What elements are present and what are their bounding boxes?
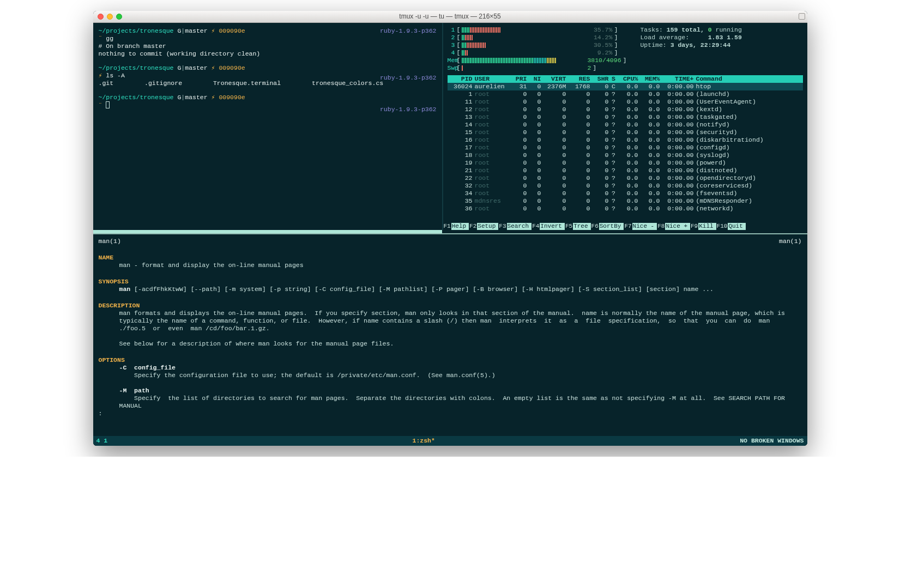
fkey-label[interactable]: Quit [728, 223, 745, 230]
minimize-button[interactable] [107, 14, 113, 20]
fkey-label[interactable]: Tree [573, 223, 590, 230]
status-left: 4 1 [96, 437, 108, 445]
terminal-body[interactable]: ~/projects/tronesque G | master ⚡ 009090… [93, 23, 807, 446]
zoom-button[interactable] [116, 14, 122, 20]
man-synopsis: man [-acdfFhkKtwW] [--path] [-m system] … [99, 286, 802, 293]
htop-header-row[interactable]: PID USER PRI NI VIRT RES SHR S CPU% MEM%… [448, 75, 803, 83]
htop-row[interactable]: 12root00000?0.00.00:00.00(kextd) [448, 106, 803, 113]
col-time[interactable]: TIME+ [661, 75, 695, 83]
swp-label: Swp [448, 64, 455, 72]
htop-sysinfo: Tasks: 159 total, 0 running Load average… [640, 26, 741, 72]
mem-value: 3810/4096 [587, 57, 621, 64]
status-window[interactable]: 1:zsh* [107, 437, 740, 445]
ruby-version: ruby-1.9.3-p362 [380, 27, 437, 35]
htop-row[interactable]: 19root00000?0.00.00:00.00(powerd) [448, 159, 803, 167]
tmux-pane-man[interactable]: man(1) man(1) NAME man - format and disp… [93, 234, 807, 436]
fkey-label[interactable]: Search [507, 223, 532, 230]
htop-process-list[interactable]: 36024aurelien3102376M17680C0.00.00:00.00… [448, 83, 803, 213]
swp-value: 2 [587, 64, 591, 72]
resize-corner-icon[interactable] [799, 13, 805, 20]
htop-row[interactable]: 18root00000?0.00.00:00.00(syslogd) [448, 151, 803, 159]
prompt-block-0: ~/projects/tronesque G | master ⚡ 009090… [99, 27, 440, 58]
col-s[interactable]: S [610, 75, 618, 83]
window-titlebar[interactable]: tmux -u -u — tu — tmux — 216×55 [93, 11, 807, 23]
ruby-version: ruby-1.9.3-p362 [380, 106, 437, 113]
htop-row[interactable]: 36root00000?0.00.00:00.00(networkd) [448, 205, 803, 213]
fkey-label[interactable]: Kill [698, 223, 716, 230]
col-pri[interactable]: PRI [511, 75, 528, 83]
prompt-path: ~/projects/tronesque [99, 94, 174, 101]
ruby-version: ruby-1.9.3-p362 [380, 74, 437, 82]
htop-row[interactable]: 22root00000?0.00.00:00.00(opendirectoryd… [448, 174, 803, 182]
htop-row[interactable]: 14root00000?0.00.00:00.00(notifyd) [448, 121, 803, 129]
col-ni[interactable]: NI [528, 75, 542, 83]
shell-command: ls -A [106, 72, 125, 79]
prompt-hash: 009090e [219, 27, 245, 35]
htop-row[interactable]: 11root00000?0.00.00:00.00(UserEventAgent… [448, 98, 803, 106]
fkey-f7[interactable]: F7 [624, 223, 632, 230]
fkey-label[interactable]: Nice + [665, 223, 690, 230]
fkey-f2[interactable]: F2 [469, 223, 477, 230]
man-header-left: man(1) [99, 238, 121, 245]
htop-row[interactable]: 1root00000?0.00.00:00.00(launchd) [448, 90, 803, 98]
fkey-label[interactable]: Help [451, 223, 469, 230]
man-opt-c: -C config_file Specify the configuration… [99, 364, 802, 379]
col-cpu[interactable]: CPU% [618, 75, 639, 83]
tmux-pane-shell[interactable]: ~/projects/tronesque G | master ⚡ 009090… [93, 23, 442, 230]
htop-row[interactable]: 16root00000?0.00.00:00.00(diskarbitratio… [448, 136, 803, 144]
htop-row[interactable]: 35mdnsres00000?0.00.00:00.00(mDNSRespond… [448, 197, 803, 205]
col-user[interactable]: USER [474, 75, 511, 83]
fkey-label[interactable]: SortBy [599, 223, 624, 230]
htop-row[interactable]: 17root00000?0.00.00:00.00(configd) [448, 144, 803, 151]
mem-label: Mem [448, 57, 455, 64]
col-shr[interactable]: SHR [591, 75, 610, 83]
htop-row[interactable]: 34root00000?0.00.00:00.00(fseventsd) [448, 190, 803, 197]
man-header-right: man(1) [779, 238, 801, 245]
cpu-meter: 3[30.5%] [448, 41, 629, 49]
htop-meters: 1[35.7%]2[14.2%]3[30.5%]4[9.2%] Mem [ 38… [448, 26, 629, 72]
man-desc-1: man formats and displays the on-line man… [99, 310, 802, 332]
man-section-description: DESCRIPTION [99, 302, 802, 310]
man-prompt[interactable]: : [99, 410, 802, 417]
fkey-f1[interactable]: F1 [443, 223, 451, 230]
fkey-f8[interactable]: F8 [657, 223, 665, 230]
cpu-meter: 4[9.2%] [448, 49, 629, 57]
cursor [106, 101, 110, 108]
status-right: NO BROKEN WINDOWS [740, 437, 804, 445]
fkey-f6[interactable]: F6 [591, 223, 599, 230]
close-button[interactable] [98, 14, 104, 20]
shell-output: nothing to commit (working directory cle… [99, 50, 440, 58]
col-res[interactable]: RES [567, 75, 591, 83]
prompt-vcs: G [177, 94, 181, 101]
fkey-f5[interactable]: F5 [565, 223, 573, 230]
col-mem[interactable]: MEM% [639, 75, 661, 83]
man-section-name: NAME [99, 254, 802, 262]
htop-row[interactable]: 13root00000?0.00.00:00.00(taskgated) [448, 113, 803, 121]
cpu-meter: 2[14.2%] [448, 34, 629, 41]
prompt-branch: master [185, 94, 207, 101]
fkey-f3[interactable]: F3 [498, 223, 506, 230]
col-virt[interactable]: VIRT [542, 75, 567, 83]
tmux-pane-htop[interactable]: 1[35.7%]2[14.2%]3[30.5%]4[9.2%] Mem [ 38… [442, 23, 807, 230]
htop-row[interactable]: 15root00000?0.00.00:00.00(securityd) [448, 129, 803, 136]
htop-row[interactable]: 36024aurelien3102376M17680C0.00.00:00.00… [448, 83, 803, 90]
col-pid[interactable]: PID [448, 75, 474, 83]
fkey-f10[interactable]: F10 [716, 223, 728, 230]
man-section-options: OPTIONS [99, 356, 802, 364]
fkey-f9[interactable]: F9 [690, 223, 698, 230]
col-cmd[interactable]: Command [695, 75, 803, 83]
tmux-status-bar: 4 1 1:zsh* NO BROKEN WINDOWS [93, 436, 807, 446]
htop-row[interactable]: 21root00000?0.00.00:00.00(distnoted) [448, 167, 803, 174]
fkey-label[interactable]: Setup [477, 223, 498, 230]
man-opt-m: -M path Specify the list of directories … [99, 387, 802, 410]
fkey-label[interactable]: Nice - [632, 223, 657, 230]
htop-row[interactable]: 32root00000?0.00.00:00.00(coreservicesd) [448, 182, 803, 190]
cpu-meter: 1[35.7%] [448, 26, 629, 34]
shell-command: gg [106, 35, 113, 42]
fkey-f4[interactable]: F4 [531, 223, 540, 230]
prompt-path: ~/projects/tronesque [99, 64, 174, 72]
prompt-branch: master [185, 64, 207, 72]
terminal-window: tmux -u -u — tu — tmux — 216×55 ~/projec… [93, 11, 807, 446]
fkey-label[interactable]: Invert [540, 223, 565, 230]
prompt-path: ~/projects/tronesque [99, 27, 174, 35]
